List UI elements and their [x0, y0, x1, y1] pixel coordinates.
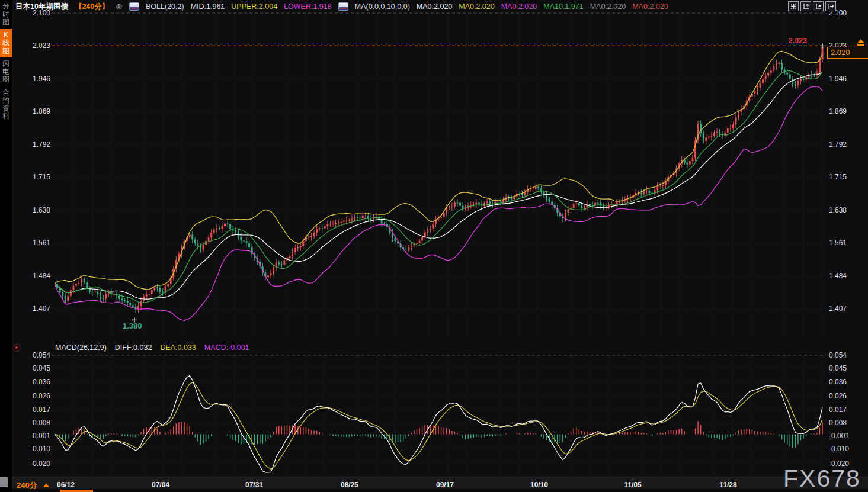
axis-tick-label: 2.023: [18, 41, 50, 50]
session-low-label: 1.380: [123, 321, 142, 330]
axis-tick-label: 1.638: [829, 206, 864, 214]
axis-tick-label: 1.561: [829, 239, 864, 247]
chart-toolbar: [788, 1, 836, 11]
macd-lines: [55, 376, 822, 472]
boll-name: BOLL(20,2): [146, 2, 184, 11]
period-badge: 【240分】: [75, 2, 109, 12]
axis-tick-label: 1.638: [18, 206, 50, 214]
axis-tick-label: 1.792: [18, 140, 50, 149]
crosshair-move-button[interactable]: [788, 1, 799, 11]
boll-indicator-icon[interactable]: [129, 2, 139, 11]
axis-tick-label: 0.008: [18, 419, 50, 427]
grid: [52, 13, 826, 474]
fx678-watermark: FX678: [783, 465, 861, 492]
last-price-box: 2.020: [827, 47, 868, 59]
zoom-out-axis-button[interactable]: [800, 1, 811, 11]
macd-name: MACD(26,12,9): [55, 343, 107, 352]
ma-indicator-icon[interactable]: [338, 2, 348, 11]
session-high-label: 2.023: [773, 37, 807, 45]
axis-tick-label: 1.561: [18, 239, 50, 247]
date-tick-label: 09/17: [436, 481, 454, 489]
axis-tick-label: 1.869: [829, 107, 864, 115]
boll-values: MID:1.961UPPER:2.004LOWER:1.918: [191, 2, 332, 11]
corner-grip: [0, 477, 8, 487]
macd-histogram: [57, 421, 822, 448]
ma-values: MA0:2.020MA0:2.020MA0:2.020MA10:1.971MA0…: [417, 2, 668, 11]
axis-tick-label: 0.026: [18, 392, 50, 400]
sidebar-tab-3[interactable]: 闪电图: [0, 57, 12, 86]
sidebar: 分时图K线图闪电图合约资料: [0, 0, 12, 492]
period-caret-icon: [43, 483, 49, 487]
axis-tick-label: 0.045: [18, 364, 50, 372]
axis-tick-label: 0.045: [829, 364, 864, 372]
axis-tick-label: 1.407: [829, 304, 864, 313]
boll-value: LOWER:1.918: [284, 2, 332, 11]
date-tick-label: 07/31: [245, 481, 263, 489]
date-tick-label: 11/05: [624, 481, 641, 489]
ma-value: MA0:2.020: [632, 2, 668, 11]
axis-tick-label: 1.484: [18, 272, 50, 280]
add-indicator-icon[interactable]: ⊕: [116, 2, 123, 11]
axis-tick-label: 0.036: [18, 378, 50, 386]
axis-tick-label: 0.017: [18, 406, 50, 414]
instrument-title: 日本10年期国债: [15, 2, 68, 12]
axis-tick-label: 1.715: [829, 173, 864, 181]
axis-tick-label: -0.020: [18, 459, 50, 468]
axis-tick-label: 0.026: [829, 392, 864, 400]
macd-settings-icon[interactable]: [13, 344, 21, 352]
date-tick-label: 07/04: [152, 481, 169, 489]
axis-tick-label: 1.946: [829, 75, 864, 83]
axis-tick-label: 0.008: [829, 419, 864, 427]
date-tick-label: 06/12: [57, 481, 75, 489]
macd-values: DIFF:0.032DEA:0.033MACD:-0.001: [115, 343, 249, 352]
macd-header: MACD(26,12,9) DIFF:0.032DEA:0.033MACD:-0…: [55, 343, 249, 352]
sidebar-tab-1[interactable]: 分时图: [0, 0, 12, 29]
axis-tick-label: 1.484: [829, 272, 864, 280]
axis-tick-label: 0.036: [829, 378, 864, 386]
ma-value: MA0:2.020: [459, 2, 494, 11]
axis-tick-label: 0.017: [829, 406, 864, 414]
sidebar-tab-2[interactable]: K线图: [0, 29, 12, 58]
axis-tick-label: 1.946: [18, 75, 50, 83]
scrollbar-thumb[interactable]: [60, 490, 93, 492]
candlestick-chart-canvas[interactable]: [0, 0, 868, 492]
ma-name: MA(0,0,0,10,0,0): [355, 2, 410, 11]
boll-ma-lines: [55, 52, 822, 321]
time-axis-bar: 240分 06/1207/0407/3108/2509/1710/1011/05…: [12, 477, 868, 490]
chart-scrollbar: [0, 489, 868, 492]
axis-tick-label: -0.010: [829, 445, 864, 453]
axis-tick-label: -0.010: [18, 445, 50, 453]
boll-value: UPPER:2.004: [231, 2, 277, 11]
axis-tick-label: -0.001: [18, 432, 50, 440]
macd-value: DIFF:0.032: [115, 343, 152, 352]
axis-tick-label: 1.407: [18, 304, 50, 313]
macd-value: MACD:-0.001: [204, 343, 249, 352]
ma-value: MA0:2.020: [501, 2, 537, 11]
pan-right-button[interactable]: [825, 1, 836, 11]
ma-value: MA0:2.020: [417, 2, 452, 11]
axis-tick-label: 1.869: [18, 107, 50, 115]
axis-tick-label: -0.001: [829, 432, 864, 440]
axis-tick-label: 1.715: [18, 173, 50, 181]
ma-value: MA10:1.971: [543, 2, 583, 11]
chart-header: 日本10年期国债 【240分】 ⊕ BOLL(20,2) MID:1.961UP…: [15, 0, 668, 13]
date-tick-label: 11/28: [719, 481, 736, 489]
date-tick-label: 10/10: [530, 481, 548, 489]
candlestick-series: [56, 44, 823, 313]
axis-tick-label: 0.054: [18, 351, 50, 359]
boll-value: MID:1.961: [191, 2, 225, 11]
ma-value: MA0:2.020: [590, 2, 626, 11]
axis-tick-label: 1.792: [829, 140, 864, 149]
macd-value: DEA:0.033: [160, 343, 196, 352]
zoom-in-axis-button[interactable]: [813, 1, 824, 11]
sidebar-tab-4[interactable]: 合约资料: [0, 86, 12, 123]
date-tick-label: 08/25: [341, 481, 358, 489]
axis-tick-label: 0.054: [829, 351, 864, 359]
chart-application: 分时图K线图闪电图合约资料 日本10年期国债 【240分】 ⊕ BOLL(20,…: [0, 0, 868, 492]
jump-to-latest-icon[interactable]: [857, 39, 865, 46]
